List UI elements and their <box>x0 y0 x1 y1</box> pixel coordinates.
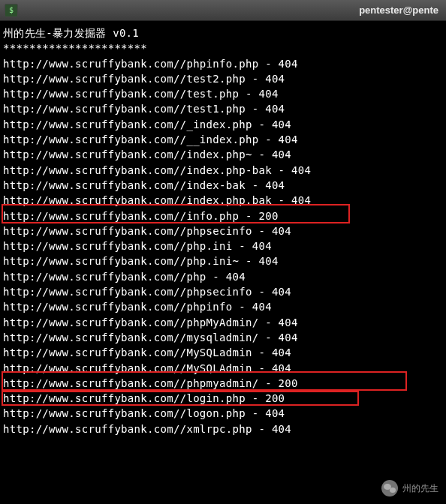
result-line: http://www.scruffybank.com//phpmyadmin/ … <box>3 376 446 391</box>
result-line: http://www.scruffybank.com//mysqladmin/ … <box>3 330 446 345</box>
divider-line: ********************** <box>3 40 446 56</box>
result-line: http://www.scruffybank.com//test2.php - … <box>3 71 446 86</box>
result-line: http://www.scruffybank.com//php.ini - 40… <box>3 238 446 254</box>
result-line: http://www.scruffybank.com//login.php - … <box>3 391 446 406</box>
window-title: pentester@pente <box>24 4 441 16</box>
result-line: http://www.scruffybank.com//php - 404 <box>3 269 446 284</box>
watermark-badge: 州的先生 <box>381 480 438 496</box>
result-line: http://www.scruffybank.com//info.php - 2… <box>3 208 446 224</box>
result-line: http://www.scruffybank.com//php.ini~ - 4… <box>3 254 446 268</box>
result-line: http://www.scruffybank.com//logon.php - … <box>3 406 446 421</box>
result-line: http://www.scruffybank.com//_index.php -… <box>3 117 446 132</box>
result-line: http://www.scruffybank.com//index.php.ba… <box>3 193 446 208</box>
tool-title: 州的先生-暴力发掘器 v0.1 <box>3 26 446 40</box>
window-titlebar: $ pentester@pente <box>0 0 446 21</box>
result-line: http://www.scruffybank.com//MySQLadmin -… <box>3 345 446 360</box>
result-line: http://www.scruffybank.com//index.php-ba… <box>3 163 446 178</box>
terminal-icon: $ <box>5 4 18 17</box>
terminal-output[interactable]: 州的先生-暴力发掘器 v0.1 ********************** h… <box>0 21 446 436</box>
watermark-text: 州的先生 <box>402 482 438 495</box>
result-line: http://www.scruffybank.com//MySQLAdmin -… <box>3 361 446 376</box>
result-line: http://www.scruffybank.com//phpMyAdmin/ … <box>3 315 446 330</box>
result-line: http://www.scruffybank.com//phpsecinfo -… <box>3 224 446 238</box>
result-line: http://www.scruffybank.com//phpsecinfo -… <box>3 284 446 299</box>
result-line: http://www.scruffybank.com//index.php~ -… <box>3 147 446 162</box>
result-line: http://www.scruffybank.com//index-bak - … <box>3 178 446 193</box>
result-line: http://www.scruffybank.com//test1.php - … <box>3 101 446 116</box>
result-line: http://www.scruffybank.com//phpinfo.php … <box>3 56 446 71</box>
result-line: http://www.scruffybank.com//xmlrpc.php -… <box>3 422 446 436</box>
result-line: http://www.scruffybank.com//phpinfo - 40… <box>3 299 446 314</box>
wechat-icon <box>381 480 398 496</box>
result-line: http://www.scruffybank.com//__index.php … <box>3 132 446 147</box>
result-line: http://www.scruffybank.com//test.php - 4… <box>3 86 446 101</box>
